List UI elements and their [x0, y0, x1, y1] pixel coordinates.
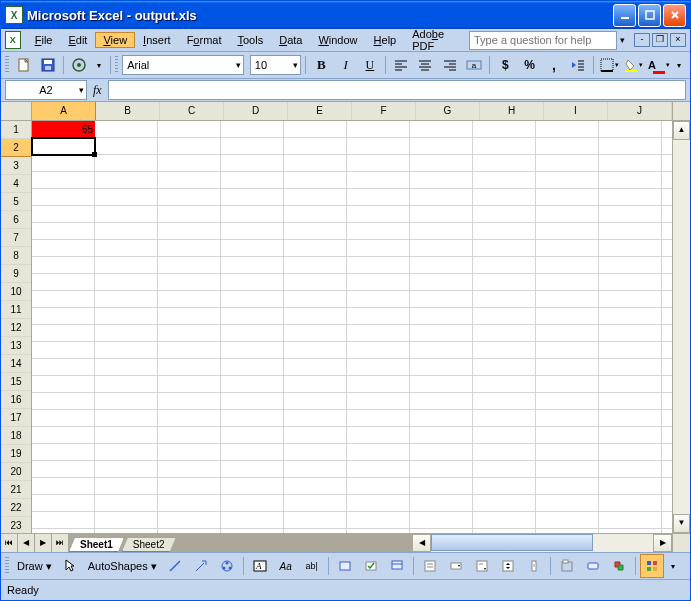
row-header-16[interactable]: 16: [1, 391, 31, 409]
scrollbar-button[interactable]: [522, 554, 546, 578]
select-objects-button[interactable]: [58, 554, 82, 578]
cells-area[interactable]: 65: [32, 121, 672, 533]
bold-button[interactable]: B: [310, 53, 332, 77]
workbook-icon[interactable]: X: [5, 31, 21, 49]
align-right-button[interactable]: [439, 53, 461, 77]
column-header-J[interactable]: J: [608, 102, 672, 120]
org-chart-button[interactable]: [215, 554, 239, 578]
menu-data[interactable]: Data: [271, 32, 310, 48]
toolbar-grip-2[interactable]: [115, 56, 119, 74]
scroll-down-button[interactable]: ▼: [673, 514, 690, 533]
tab-nav-first[interactable]: ⏮: [1, 534, 18, 552]
row-header-14[interactable]: 14: [1, 355, 31, 373]
toolbar-options-button[interactable]: ▾: [93, 53, 106, 77]
column-header-A[interactable]: A: [32, 102, 96, 120]
toolbar-options-button-2[interactable]: ▾: [673, 53, 686, 77]
cell-A1[interactable]: 65: [32, 121, 95, 138]
borders-button[interactable]: ▾: [598, 53, 620, 77]
scroll-left-button[interactable]: ◀: [412, 534, 431, 552]
italic-button[interactable]: I: [334, 53, 356, 77]
toolbar-grip-3[interactable]: [5, 557, 9, 575]
row-header-9[interactable]: 9: [1, 265, 31, 283]
toolbar-grip[interactable]: [5, 56, 9, 74]
align-left-button[interactable]: [390, 53, 412, 77]
textbox-button[interactable]: A: [248, 554, 272, 578]
draw-menu[interactable]: Draw ▾: [13, 560, 56, 573]
comma-button[interactable]: ,: [543, 53, 565, 77]
row-header-17[interactable]: 17: [1, 409, 31, 427]
row-header-10[interactable]: 10: [1, 283, 31, 301]
column-header-F[interactable]: F: [352, 102, 416, 120]
autoshapes-menu[interactable]: AutoShapes ▾: [84, 560, 161, 573]
checkbox-button[interactable]: [359, 554, 383, 578]
list-button[interactable]: [418, 554, 442, 578]
row-header-15[interactable]: 15: [1, 373, 31, 391]
close-button[interactable]: [663, 4, 686, 27]
row-header-6[interactable]: 6: [1, 211, 31, 229]
menu-edit[interactable]: Edit: [60, 32, 95, 48]
callout-button[interactable]: [385, 554, 409, 578]
fill-handle[interactable]: [92, 152, 97, 157]
row-header-22[interactable]: 22: [1, 499, 31, 517]
column-header-B[interactable]: B: [96, 102, 160, 120]
rectangle-button[interactable]: [333, 554, 357, 578]
decrease-indent-button[interactable]: [567, 53, 589, 77]
maximize-button[interactable]: [638, 4, 661, 27]
column-header-C[interactable]: C: [160, 102, 224, 120]
permission-button[interactable]: [68, 53, 90, 77]
abl-button[interactable]: ab|: [300, 554, 324, 578]
row-header-4[interactable]: 4: [1, 175, 31, 193]
tab-nav-prev[interactable]: ◀: [18, 534, 35, 552]
line-button[interactable]: [163, 554, 187, 578]
column-header-D[interactable]: D: [224, 102, 288, 120]
row-header-2[interactable]: 2: [1, 139, 31, 157]
select-all-button[interactable]: [1, 102, 32, 121]
combo2-button[interactable]: [470, 554, 494, 578]
row-header-8[interactable]: 8: [1, 247, 31, 265]
tab-nav-next[interactable]: ▶: [35, 534, 52, 552]
toggle-button[interactable]: [581, 554, 605, 578]
sheet-tab-2[interactable]: Sheet2: [122, 538, 176, 552]
minimize-button[interactable]: [613, 4, 636, 27]
scroll-up-button[interactable]: ▲: [673, 121, 690, 140]
mdi-close-button[interactable]: ×: [670, 33, 686, 47]
formula-bar[interactable]: [108, 80, 686, 100]
merge-center-button[interactable]: a: [463, 53, 485, 77]
column-header-G[interactable]: G: [416, 102, 480, 120]
vertical-scrollbar[interactable]: ▲ ▼: [672, 102, 690, 533]
row-header-13[interactable]: 13: [1, 337, 31, 355]
menu-window[interactable]: Window: [310, 32, 365, 48]
row-header-3[interactable]: 3: [1, 157, 31, 175]
arrow-button[interactable]: [189, 554, 213, 578]
spinner-button[interactable]: [496, 554, 520, 578]
combo-button[interactable]: [444, 554, 468, 578]
menu-format[interactable]: Format: [179, 32, 230, 48]
row-header-18[interactable]: 18: [1, 427, 31, 445]
more-controls-button[interactable]: [607, 554, 631, 578]
column-header-H[interactable]: H: [480, 102, 544, 120]
design-mode-button[interactable]: [640, 554, 664, 578]
underline-button[interactable]: U: [359, 53, 381, 77]
menu-tools[interactable]: Tools: [229, 32, 271, 48]
new-button[interactable]: [13, 53, 35, 77]
currency-button[interactable]: $: [494, 53, 516, 77]
menu-insert[interactable]: Insert: [135, 32, 179, 48]
menu-help[interactable]: Help: [366, 32, 405, 48]
font-name-select[interactable]: Arial: [122, 55, 244, 75]
tab-nav-last[interactable]: ⏭: [52, 534, 69, 552]
name-box[interactable]: A2: [5, 80, 87, 100]
menu-view[interactable]: View: [95, 32, 135, 48]
percent-button[interactable]: %: [518, 53, 540, 77]
row-header-5[interactable]: 5: [1, 193, 31, 211]
help-search-input[interactable]: [469, 31, 617, 50]
scroll-right-button[interactable]: ▶: [653, 534, 672, 552]
align-center-button[interactable]: [414, 53, 436, 77]
horizontal-scrollbar[interactable]: ◀ ▶: [412, 534, 672, 552]
row-header-21[interactable]: 21: [1, 481, 31, 499]
column-header-E[interactable]: E: [288, 102, 352, 120]
group-box-button[interactable]: [555, 554, 579, 578]
row-header-1[interactable]: 1: [1, 121, 31, 139]
row-header-20[interactable]: 20: [1, 463, 31, 481]
mdi-minimize-button[interactable]: -: [634, 33, 650, 47]
column-header-I[interactable]: I: [544, 102, 608, 120]
